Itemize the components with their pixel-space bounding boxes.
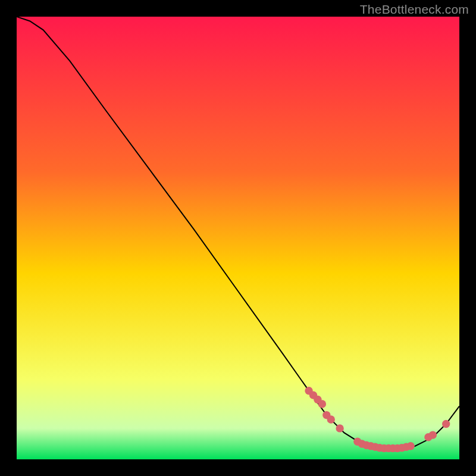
plot-background <box>17 17 459 459</box>
data-marker <box>318 400 326 408</box>
watermark-text: TheBottleneck.com <box>360 2 469 17</box>
data-marker <box>406 442 414 450</box>
chart-plot <box>17 17 459 459</box>
data-marker <box>327 415 335 423</box>
data-marker <box>429 431 437 439</box>
chart-frame: TheBottleneck.com <box>0 0 476 476</box>
data-marker <box>442 420 450 428</box>
data-marker <box>336 424 343 432</box>
